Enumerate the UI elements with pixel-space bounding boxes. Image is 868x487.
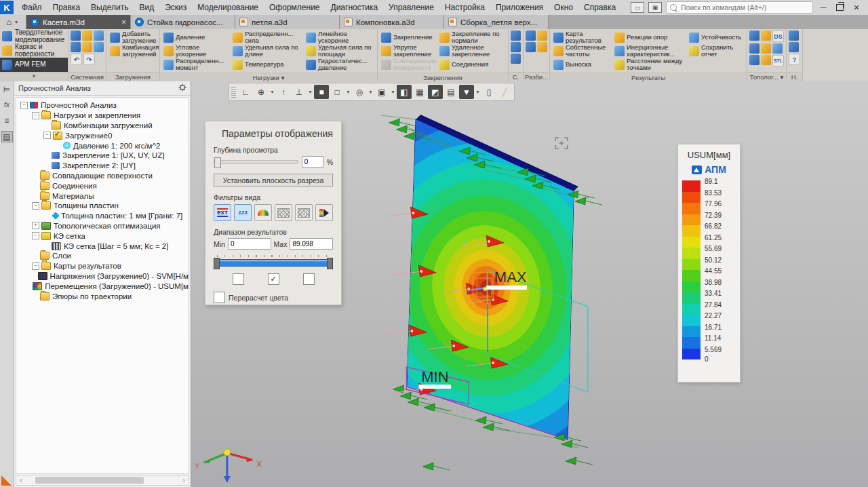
toolbar-grip[interactable] [231, 87, 236, 98]
ribbon-button-закрепление-по-нормали[interactable]: Закрепление по нормали [438, 31, 506, 44]
mesh-generate-icon[interactable] [526, 31, 536, 41]
graph5-icon[interactable] [772, 43, 783, 54]
filter-ext-values[interactable]: EXT [214, 204, 231, 221]
remote-fixture-icon[interactable] [439, 46, 450, 56]
document-tab-1[interactable]: Стойка гидронасос... [131, 15, 235, 29]
depth-value-input[interactable] [302, 156, 323, 168]
mode-apm-fem[interactable]: APM FEM [0, 58, 68, 72]
save-as-icon[interactable] [94, 42, 104, 52]
menu-item-2[interactable]: Выделить [85, 0, 134, 15]
menu-item-10[interactable]: Приложения [490, 0, 549, 15]
list-icon[interactable]: ≡ [2, 115, 12, 125]
range-checkbox-0[interactable] [233, 273, 244, 285]
shaded-view-button[interactable]: ■ [314, 85, 329, 99]
close-button[interactable]: × [850, 1, 863, 14]
range-slider-left-handle[interactable] [214, 258, 220, 269]
help-icon[interactable]: ? [789, 54, 800, 65]
tree-item[interactable]: Совпадающие поверхности [16, 171, 189, 181]
tree-expander-icon[interactable]: − [32, 232, 39, 239]
ribbon-button-удельная-сила-по-длине[interactable]: Удельная сила по длине [231, 44, 303, 58]
ribbon-button-закрепление[interactable]: Закрепление [380, 31, 437, 44]
redo-icon[interactable]: ↷ [83, 54, 95, 65]
minimize-button[interactable]: ─ [817, 1, 829, 14]
save-report-icon[interactable] [689, 46, 699, 56]
tree-expander-icon[interactable]: − [43, 132, 51, 139]
chevron-down-icon[interactable]: ▾ [269, 89, 275, 95]
document-tab-0[interactable]: Касета.m3d× [26, 15, 131, 29]
tree-item[interactable]: Материалы [16, 191, 189, 201]
screenshot-icon[interactable]: ▣ [648, 2, 662, 13]
tree-expander-icon[interactable]: − [32, 202, 39, 210]
range-checkbox-1[interactable]: ✓ [268, 273, 279, 285]
ribbon-button-упругое-закрепление[interactable]: Упругое закрепление [380, 44, 437, 58]
normal-fixture-icon[interactable] [439, 33, 450, 43]
ribbon-button-устойчивость[interactable]: Устойчивость [688, 31, 745, 44]
ribbon-button-удаленное-закрепление[interactable]: Удаленное закрепление [438, 44, 506, 58]
solve-buckling-icon[interactable] [511, 54, 521, 64]
range-slider[interactable] [214, 259, 333, 267]
ribbon-button-распределенн-сила[interactable]: Распределенн... сила [231, 31, 303, 44]
chevron-down-icon[interactable]: ▾ [475, 89, 481, 95]
axes-button[interactable]: ⊥ [292, 85, 307, 99]
mesh-refine-icon[interactable] [526, 42, 536, 52]
elastic-fixture-icon[interactable] [381, 46, 391, 56]
tree-item[interactable]: Закрепление 1: [UX, UY, UZ] [16, 151, 189, 161]
hydrostatic-pressure-icon[interactable] [306, 60, 316, 70]
tree-expander-icon[interactable]: − [32, 112, 39, 119]
stl-icon[interactable]: STL [772, 55, 784, 66]
ribbon-button-удельная-сила-по-площади[interactable]: Удельная сила по площади [304, 44, 375, 58]
ribbon-button-соединения[interactable]: Соединения [438, 58, 506, 71]
chevron-down-icon[interactable]: ▾ [281, 74, 285, 81]
tab-close-icon[interactable]: × [121, 18, 126, 27]
filter-deformed-mesh[interactable] [295, 204, 313, 221]
chevron-down-icon[interactable]: ▾ [368, 89, 374, 95]
viewport[interactable]: MAX MIN X [191, 81, 868, 487]
tree-expander-icon[interactable]: + [32, 222, 39, 229]
scene-display-button[interactable]: ▣ [374, 85, 389, 99]
ribbon-button-распределенн-момент[interactable]: Распределенн... момент [162, 58, 230, 71]
tree-item[interactable]: Давление 1: 200 кгс/м^2 [16, 140, 189, 151]
sheets-button[interactable]: ▤ [443, 85, 458, 99]
ribbon-button-расстояние-между-точками[interactable]: Расстояние между точками [613, 58, 686, 71]
preview-icon[interactable] [82, 42, 92, 52]
graph1-icon[interactable] [749, 31, 760, 41]
graph4-icon[interactable] [761, 43, 771, 54]
menu-item-4[interactable]: Эскиз [159, 0, 192, 15]
ribbon-button-карта-результатов[interactable]: Карта результатов [552, 31, 612, 44]
ribbon-button-угловое-ускорение[interactable]: Угловое ускорение [162, 44, 230, 58]
solve-static-icon[interactable] [511, 31, 521, 41]
clip-plane-button[interactable]: ◧ [397, 85, 412, 99]
chevron-down-icon[interactable]: ▾ [390, 89, 396, 95]
force-per-length-icon[interactable] [233, 46, 243, 56]
stability-icon[interactable] [689, 33, 699, 43]
save-icon[interactable] [94, 31, 104, 41]
filter-smooth-map[interactable] [254, 204, 272, 221]
chevron-down-icon[interactable]: ▾ [345, 89, 351, 95]
tree-item[interactable]: КЭ сетка [Шаг = 5 мм; Кс = 2] [16, 241, 189, 251]
tree-item[interactable]: −Толщины пластин [16, 201, 189, 211]
tree-expander-icon[interactable]: − [20, 102, 28, 109]
tree-hscrollbar[interactable]: ‹ › [16, 475, 189, 486]
menu-item-5[interactable]: Моделирование [192, 0, 264, 15]
command-search[interactable] [666, 1, 813, 14]
solve-fatigue-icon[interactable] [511, 42, 521, 52]
result-map-icon[interactable] [553, 33, 564, 43]
linear-acceleration-icon[interactable] [306, 33, 316, 43]
pointer-icon[interactable] [789, 42, 799, 52]
tree-item[interactable]: Соединения [16, 180, 189, 191]
tree-item[interactable]: +Топологическая оптимизация [16, 221, 189, 231]
depth-slider[interactable] [214, 160, 298, 164]
gear-icon[interactable] [178, 83, 186, 93]
mesh-adaptive-icon[interactable] [537, 42, 547, 52]
fx-variables-icon[interactable]: fx [2, 100, 12, 110]
menu-item-9[interactable]: Настройка [439, 0, 490, 15]
range-slider-right-handle[interactable] [327, 258, 333, 269]
chevron-down-icon[interactable]: ▾ [307, 89, 313, 95]
natural-frequencies-icon[interactable] [553, 46, 564, 56]
range-checkbox-2[interactable] [303, 273, 315, 285]
pressure-icon[interactable] [163, 33, 174, 43]
tree-item[interactable]: −КЭ сетка [16, 231, 189, 241]
ribbon-button-линейное-ускорение[interactable]: Линейное ускорение [304, 31, 375, 44]
open-icon[interactable] [82, 31, 92, 41]
ds-icon[interactable]: DS [772, 31, 784, 42]
